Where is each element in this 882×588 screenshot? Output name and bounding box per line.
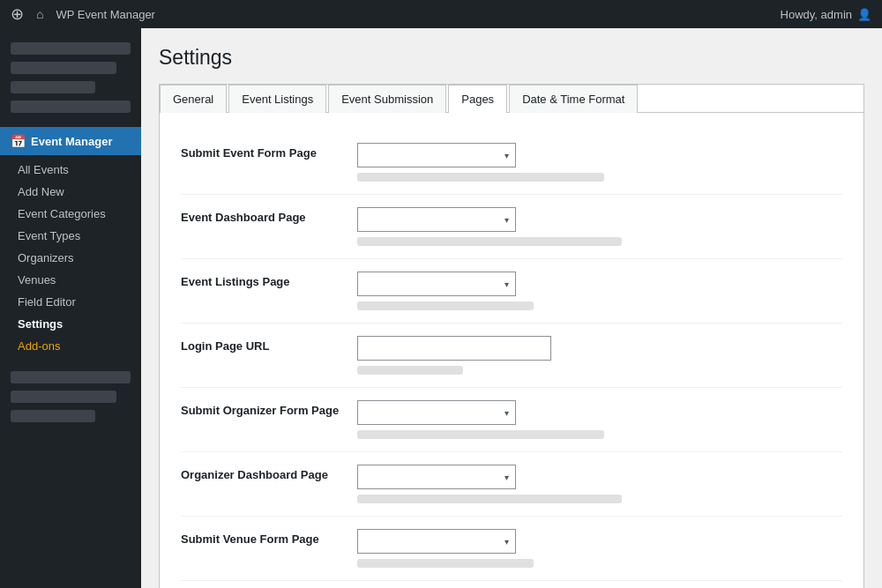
sidebar-placeholder-1 xyxy=(11,42,131,55)
label-event-dashboard: Event Dashboard Page xyxy=(181,207,357,224)
tab-pages[interactable]: Pages xyxy=(448,85,507,113)
control-event-dashboard: ▾ xyxy=(357,207,842,246)
sidebar-item-venues[interactable]: Venues xyxy=(0,269,141,291)
sidebar-item-field-editor[interactable]: Field Editor xyxy=(0,291,141,313)
wp-logo-icon[interactable]: ⊕ xyxy=(11,4,24,24)
field-desc-event-listings xyxy=(357,301,534,310)
input-login-url[interactable] xyxy=(357,336,551,361)
select-event-dashboard[interactable] xyxy=(357,207,516,232)
control-submit-organizer: ▾ xyxy=(357,400,842,439)
form-row-organizer-dashboard: Organizer Dashboard Page ▾ xyxy=(181,452,842,517)
form-row-login-url: Login Page URL xyxy=(181,324,842,388)
form-row-event-listings: Event Listings Page ▾ xyxy=(181,259,842,324)
select-wrapper-organizer-dashboard: ▾ xyxy=(357,465,516,489)
field-desc-login-url xyxy=(357,366,463,375)
control-submit-venue: ▾ xyxy=(357,529,842,568)
sidebar-placeholder-6 xyxy=(11,391,116,403)
calendar-icon: 📅 xyxy=(11,134,26,148)
home-icon[interactable]: ⌂ xyxy=(36,7,43,21)
sidebar-item-event-types[interactable]: Event Types xyxy=(0,225,141,247)
select-wrapper-submit-venue: ▾ xyxy=(357,529,516,554)
tab-event-listings[interactable]: Event Listings xyxy=(228,85,326,113)
sidebar-placeholder-7 xyxy=(11,410,95,422)
sidebar-event-manager-group: 📅 Event Manager All Events Add New Event… xyxy=(0,127,141,361)
select-submit-event[interactable] xyxy=(357,143,516,167)
label-organizer-dashboard: Organizer Dashboard Page xyxy=(181,465,357,481)
select-wrapper-submit-organizer: ▾ xyxy=(357,400,516,425)
field-desc-submit-organizer xyxy=(357,430,604,439)
form-row-submit-event: Submit Event Form Page ▾ xyxy=(181,130,842,195)
form-row-venue-dashboard: Venue Dashboard Page ▾ xyxy=(181,581,842,588)
select-organizer-dashboard[interactable] xyxy=(357,465,516,489)
sidebar-placeholder-4 xyxy=(11,100,131,113)
tab-general[interactable]: General xyxy=(160,85,227,113)
sidebar-item-organizers[interactable]: Organizers xyxy=(0,247,141,269)
site-name: WP Event Manager xyxy=(56,8,154,21)
select-wrapper-event-listings: ▾ xyxy=(357,272,516,296)
control-event-listings: ▾ xyxy=(357,272,842,310)
select-event-listings[interactable] xyxy=(357,272,516,296)
sidebar: 📅 Event Manager All Events Add New Event… xyxy=(0,28,141,588)
tabs-container: General Event Listings Event Submission … xyxy=(160,85,863,113)
control-organizer-dashboard: ▾ xyxy=(357,465,842,503)
admin-bar: ⊕ ⌂ WP Event Manager Howdy, admin 👤 xyxy=(0,0,882,28)
field-desc-submit-event xyxy=(357,173,604,182)
admin-bar-right: Howdy, admin 👤 xyxy=(781,8,871,21)
form-row-event-dashboard: Event Dashboard Page ▾ xyxy=(181,195,842,259)
sidebar-section-label: Event Manager xyxy=(31,135,112,148)
tab-event-submission[interactable]: Event Submission xyxy=(328,85,446,113)
control-submit-event: ▾ xyxy=(357,143,842,182)
sidebar-placeholder-2 xyxy=(11,62,116,74)
sidebar-item-add-ons[interactable]: Add-ons xyxy=(0,335,141,357)
sidebar-item-event-categories[interactable]: Event Categories xyxy=(0,203,141,225)
label-event-listings: Event Listings Page xyxy=(181,272,357,288)
label-submit-venue: Submit Venue Form Page xyxy=(181,529,357,546)
field-desc-organizer-dashboard xyxy=(357,495,622,503)
form-row-submit-organizer: Submit Organizer Form Page ▾ xyxy=(181,388,842,452)
field-desc-submit-venue xyxy=(357,559,534,568)
form-body: Submit Event Form Page ▾ Event Dashboard… xyxy=(160,113,863,588)
control-login-url xyxy=(357,336,842,375)
sidebar-item-settings[interactable]: Settings xyxy=(0,313,141,335)
sidebar-event-manager-header[interactable]: 📅 Event Manager xyxy=(0,127,141,155)
select-submit-venue[interactable] xyxy=(357,529,516,554)
sidebar-nav: All Events Add New Event Categories Even… xyxy=(0,155,141,361)
page-title: Settings xyxy=(159,46,864,70)
settings-panel: General Event Listings Event Submission … xyxy=(159,84,864,588)
tab-date-time-format[interactable]: Date & Time Format xyxy=(509,85,638,113)
select-wrapper-submit-event: ▾ xyxy=(357,143,516,167)
sidebar-item-add-new[interactable]: Add New xyxy=(0,181,141,203)
layout: 📅 Event Manager All Events Add New Event… xyxy=(0,28,882,588)
field-desc-event-dashboard xyxy=(357,237,622,246)
sidebar-item-all-events[interactable]: All Events xyxy=(0,159,141,181)
label-login-url: Login Page URL xyxy=(181,336,357,353)
label-submit-event: Submit Event Form Page xyxy=(181,143,357,160)
label-submit-organizer: Submit Organizer Form Page xyxy=(181,400,357,417)
main-content: Settings General Event Listings Event Su… xyxy=(141,28,882,588)
user-greeting: Howdy, admin xyxy=(781,8,852,21)
sidebar-placeholder-5 xyxy=(11,371,131,383)
select-submit-organizer[interactable] xyxy=(357,400,516,425)
sidebar-placeholder-3 xyxy=(11,81,95,93)
sidebar-bottom xyxy=(0,371,141,422)
admin-bar-left: ⊕ ⌂ WP Event Manager xyxy=(11,4,155,24)
user-avatar-icon: 👤 xyxy=(857,8,871,21)
form-row-submit-venue: Submit Venue Form Page ▾ xyxy=(181,517,842,581)
select-wrapper-event-dashboard: ▾ xyxy=(357,207,516,232)
